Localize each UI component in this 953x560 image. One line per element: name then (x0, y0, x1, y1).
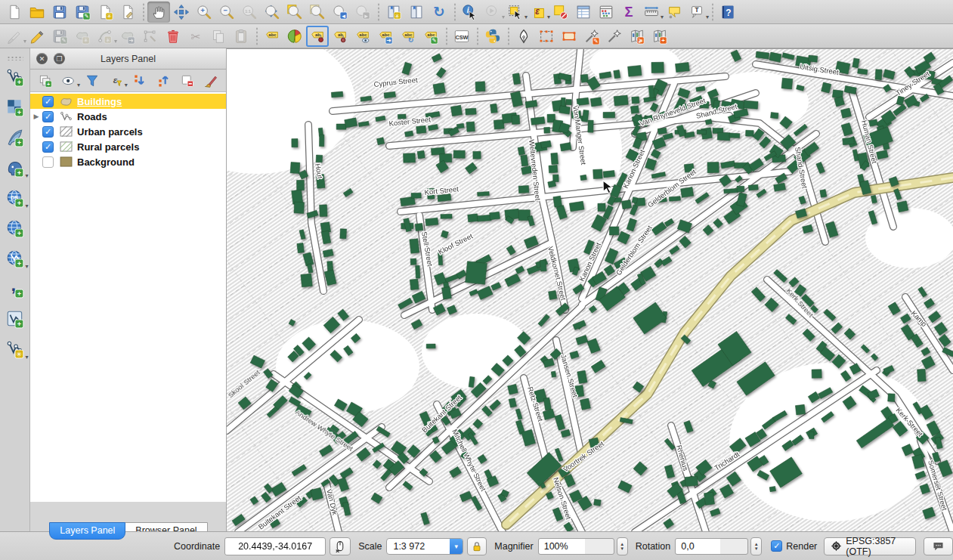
select-region-button[interactable] (535, 26, 558, 47)
add-wms-layer-button[interactable]: + (2, 215, 28, 242)
zoom-to-selection-button[interactable] (306, 2, 329, 23)
copy-features-button[interactable] (207, 26, 230, 47)
scale-combo[interactable]: 1:3 972 ▾ (386, 538, 463, 555)
save-layer-edits-button[interactable]: ✎ (48, 26, 71, 47)
layer-visibility-checkbox[interactable]: ✓ (42, 141, 54, 153)
new-shapefile-layer-button[interactable]: + (2, 305, 28, 333)
map-canvas[interactable]: Cyprus StreetKoster StreetKort StreetHou… (227, 48, 953, 531)
simple-wand-button[interactable] (603, 26, 626, 47)
metasearch-button[interactable]: CSW (450, 26, 473, 47)
select-by-expression-button[interactable]: ε▾ (527, 2, 549, 23)
tab-layers-panel[interactable]: Layers Panel (49, 522, 125, 540)
select-features-button[interactable]: ▾ (504, 2, 527, 23)
zoom-in-button[interactable]: + (193, 2, 215, 23)
pointer-wand-button[interactable]: ✎ (580, 26, 603, 47)
touch-digitize-button[interactable] (512, 26, 535, 47)
open-project-button[interactable] (26, 2, 48, 23)
paste-features-button[interactable] (230, 26, 252, 47)
stepper-icon[interactable]: ▲▼ (750, 537, 762, 555)
zoom-to-layer-button[interactable] (283, 2, 306, 23)
new-bookmark-button[interactable]: ✳ (382, 2, 405, 23)
crs-status-button[interactable]: EPSG:3857 (OTF) (824, 537, 916, 555)
add-spatialite-layer-button[interactable]: + (2, 124, 28, 151)
stepper-icon[interactable]: ▲▼ (617, 537, 628, 555)
add-postgis-layer-button[interactable]: +▾ (2, 154, 28, 181)
move-feature-button[interactable]: ➜ (116, 26, 139, 47)
collapse-all-button[interactable] (153, 71, 175, 91)
new-from-template-button[interactable]: ✳ (94, 2, 116, 23)
measure-button[interactable]: ▾ (640, 2, 663, 23)
help-button[interactable]: ? (716, 2, 739, 23)
rotate-label-button[interactable]: abc↻ (397, 26, 419, 47)
layer-visibility-checkbox[interactable]: ✓ (42, 126, 54, 138)
deselect-all-button[interactable] (549, 2, 572, 23)
save-project-as-button[interactable]: ✎ (71, 2, 94, 23)
layer-diagram-button[interactable] (283, 26, 306, 47)
add-circular-string-button[interactable]: ✳▾ (94, 26, 116, 47)
field-calculator-button[interactable] (595, 2, 617, 23)
pin-labels-button[interactable]: ab (329, 26, 351, 47)
pan-map-button[interactable] (147, 2, 170, 23)
add-raster-layer-button[interactable]: + (2, 94, 28, 121)
attribute-table-button[interactable] (572, 2, 595, 23)
feature-action-button[interactable]: ▾ (481, 2, 504, 23)
labeling-button[interactable]: abc (261, 26, 283, 47)
set-extent-button[interactable] (558, 26, 580, 47)
add-db-layer-button[interactable]: DB+▾ (2, 184, 28, 212)
layer-visibility-checkbox[interactable]: ✓ (42, 96, 54, 107)
disclosure-triangle-icon[interactable]: ▶ (30, 113, 42, 120)
render-checkbox[interactable]: ✓ (771, 540, 782, 552)
filter-legend-button[interactable] (82, 71, 103, 91)
layer-row-buildings[interactable]: ✓Buildings (30, 94, 226, 109)
move-label-button[interactable]: abc➜ (374, 26, 397, 47)
statistics-button[interactable]: Σ (617, 2, 640, 23)
current-edits-button[interactable]: ▾ (3, 26, 26, 47)
layer-visibility-checkbox[interactable] (42, 156, 54, 168)
add-group-button[interactable]: + (35, 71, 56, 91)
filter-expression-button[interactable]: ε▾ (106, 71, 127, 91)
text-annotation-button[interactable]: T▾ (685, 2, 708, 23)
pan-to-selection-button[interactable] (170, 2, 193, 23)
zoom-full-button[interactable] (261, 2, 283, 23)
show-hide-labels-button[interactable]: abc (351, 26, 374, 47)
map-tips-button[interactable] (663, 2, 685, 23)
layer-visibility-checkbox[interactable]: ✓ (42, 111, 54, 122)
new-layer-button[interactable]: ✳▾ (2, 336, 28, 363)
zoom-next-button[interactable]: ► (351, 2, 374, 23)
coordinate-input[interactable] (224, 537, 326, 555)
scale-lock-button[interactable] (467, 537, 487, 555)
layer-row-roads[interactable]: ▶✓Roads (30, 109, 226, 124)
mouse-position-toggle[interactable] (330, 537, 351, 555)
rotation-spinbox[interactable]: 0,0 ▲▼ (675, 537, 762, 555)
atlas-export-button[interactable]: ≽ (626, 26, 648, 47)
remove-layer-button[interactable] (177, 71, 198, 91)
add-vector-layer-button[interactable]: + (2, 63, 28, 91)
add-feature-button[interactable]: ✳ (71, 26, 94, 47)
style-brush-button[interactable] (200, 71, 221, 91)
layer-row-urban-parcels[interactable]: ✓Urban parcels (30, 124, 226, 139)
refresh-button[interactable]: ↻ (428, 2, 450, 23)
toggle-editing-button[interactable] (26, 26, 48, 47)
save-project-button[interactable] (48, 2, 71, 23)
layer-visibility-button[interactable]: ▾ (58, 71, 79, 91)
delete-selected-button[interactable] (162, 26, 184, 47)
project-properties-button[interactable] (116, 2, 139, 23)
new-project-button[interactable] (3, 2, 26, 23)
layer-row-rural-parcels[interactable]: ✓Rural parcels (30, 139, 226, 154)
identify-button[interactable]: i (459, 2, 481, 23)
add-wfs-layer-button[interactable]: +▾ (2, 245, 28, 272)
zoom-last-button[interactable]: ◄ (329, 2, 351, 23)
node-tool-button[interactable] (139, 26, 162, 47)
messages-button[interactable] (924, 537, 953, 555)
layer-row-background[interactable]: Background (30, 154, 226, 169)
expand-all-button[interactable] (129, 71, 150, 91)
zoom-out-button[interactable]: − (215, 2, 238, 23)
zoom-native-button[interactable]: 1:1 (238, 2, 261, 23)
show-bookmarks-button[interactable] (405, 2, 428, 23)
highlight-pinned-labels-button[interactable]: ab (306, 26, 329, 47)
python-console-button[interactable] (481, 26, 504, 47)
change-label-button[interactable]: abc✎ (419, 26, 442, 47)
magnifier-spinbox[interactable]: 100% ▲▼ (538, 537, 628, 555)
add-delimited-text-button[interactable]: ,+ (2, 275, 28, 302)
cut-features-button[interactable]: ✂ (184, 26, 207, 47)
